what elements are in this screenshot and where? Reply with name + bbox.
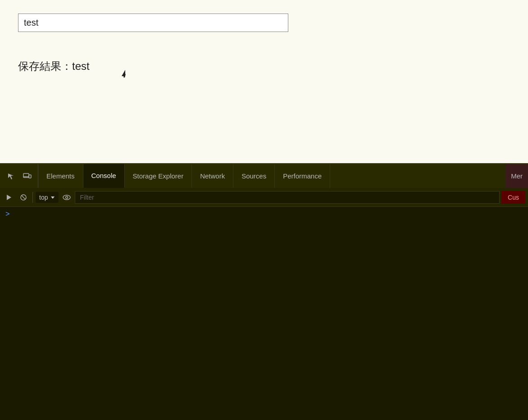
devtools-tab-bar: Elements Console Storage Explorer Networ… bbox=[0, 163, 528, 188]
clear-console-button[interactable] bbox=[17, 191, 30, 204]
custom-levels-button[interactable]: Cus bbox=[501, 191, 525, 204]
devtools-icon-group bbox=[0, 164, 38, 188]
svg-line-5 bbox=[22, 196, 25, 199]
toolbar-separator-1 bbox=[32, 192, 33, 203]
svg-rect-1 bbox=[29, 175, 31, 178]
tab-elements[interactable]: Elements bbox=[38, 164, 83, 188]
tab-console[interactable]: Console bbox=[83, 164, 125, 188]
console-prompt-line[interactable]: > bbox=[5, 210, 523, 219]
svg-point-7 bbox=[63, 195, 70, 200]
filter-input[interactable] bbox=[75, 191, 500, 204]
saved-result-text: 保存結果：test bbox=[18, 59, 510, 73]
console-toolbar: top Cus bbox=[0, 188, 528, 207]
tab-storage-explorer[interactable]: Storage Explorer bbox=[125, 164, 192, 188]
device-emulation-icon[interactable] bbox=[20, 169, 34, 183]
svg-marker-6 bbox=[51, 196, 55, 199]
svg-marker-3 bbox=[7, 195, 11, 200]
tab-performance[interactable]: Performance bbox=[275, 164, 330, 188]
test-input[interactable] bbox=[18, 14, 288, 32]
page-content: 保存結果：test bbox=[0, 0, 528, 163]
run-button[interactable] bbox=[3, 191, 15, 204]
watch-expressions-button[interactable] bbox=[60, 191, 73, 204]
svg-point-8 bbox=[66, 196, 68, 198]
inspect-element-icon[interactable] bbox=[4, 169, 18, 183]
tab-sources[interactable]: Sources bbox=[233, 164, 275, 188]
console-output: > bbox=[0, 207, 528, 420]
context-selector[interactable]: top bbox=[36, 192, 59, 203]
devtools-panel: Elements Console Storage Explorer Networ… bbox=[0, 163, 528, 420]
tab-network[interactable]: Network bbox=[192, 164, 233, 188]
tab-more[interactable]: Mer bbox=[505, 164, 528, 188]
